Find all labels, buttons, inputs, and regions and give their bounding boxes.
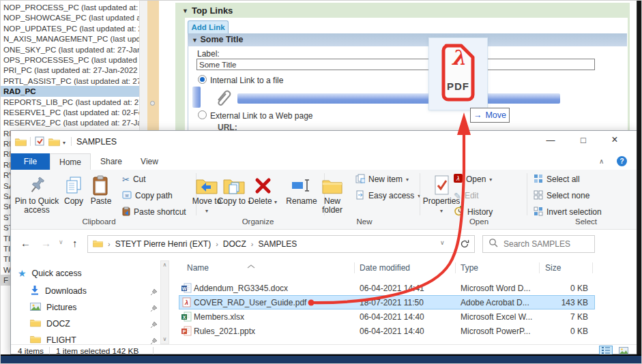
app-folder-icon	[15, 137, 27, 149]
delete-label: Delete	[248, 196, 272, 206]
list-item[interactable]: OPS_PROCESSES_PC (last updated at: 27	[1, 55, 139, 65]
tab-view[interactable]: View	[132, 153, 167, 170]
sidebar-item-pictures[interactable]: Pictures	[30, 301, 76, 314]
external-link-label: External Link to a Web page	[210, 111, 313, 121]
cut-button[interactable]: ✂ Cut	[122, 172, 146, 186]
delete-button[interactable]: Delete ▾	[246, 174, 280, 207]
open-button[interactable]: λ Open ▾	[454, 172, 492, 186]
details-view-button[interactable]	[599, 346, 613, 355]
close-button[interactable]: ×	[603, 131, 626, 149]
sidebar-item-downloads[interactable]: Downloads	[30, 285, 87, 297]
list-item[interactable]: NOP_UPDATES_PC (last updated at: 27-Ja	[1, 23, 139, 33]
history-button[interactable]: History	[454, 205, 493, 219]
breadcrumb-item[interactable]: SAMPLES	[259, 239, 297, 249]
collapse-icon[interactable]: ▼	[192, 37, 198, 44]
acrobat-logo-icon: λ	[429, 48, 487, 68]
file-explorer-window: ▾ SAMPLES — □ × File Home Share View ∧ ?…	[10, 130, 637, 354]
qat-folder-icon[interactable]	[48, 137, 60, 149]
paste-button[interactable]: Paste	[82, 174, 120, 206]
move-arrow-icon: →	[473, 110, 482, 120]
section-header[interactable]: ▼ Some Title	[188, 33, 627, 46]
back-icon[interactable]: ←	[20, 237, 31, 249]
address-dropdown-icon[interactable]: ∨	[440, 239, 445, 246]
qat-dropdown-icon[interactable]: ▾	[63, 140, 65, 146]
paste-shortcut-button[interactable]: Paste shortcut	[122, 205, 186, 219]
list-item[interactable]: RESERVE2_PC (last updated at: 27-Jan-20	[1, 117, 139, 127]
collapse-ribbon-icon[interactable]: ∧	[599, 157, 604, 165]
table-row-name-selected[interactable]: COVER_RAD_User_Guide.pdf	[194, 298, 306, 307]
select-all-button[interactable]: Select all	[534, 172, 580, 186]
list-item[interactable]: NOP_PROCESS_PC (last updated at: 27-J	[1, 2, 139, 12]
new-folder-button[interactable]: New folder	[313, 174, 351, 215]
search-input[interactable]	[502, 239, 587, 249]
column-divider[interactable]	[539, 262, 540, 273]
external-link-radio[interactable]	[198, 110, 207, 119]
easy-access-button[interactable]: Easy access ▾	[355, 189, 420, 202]
tab-file[interactable]: File	[11, 153, 50, 170]
tab-add-link[interactable]: Add Link	[188, 20, 229, 34]
pin-icon	[150, 319, 158, 331]
column-divider[interactable]	[455, 262, 456, 273]
list-item[interactable]: NOP_SHOWCASE_PC (last updated at: 27	[1, 12, 139, 22]
breadcrumb-item[interactable]: DOCZ	[223, 239, 246, 249]
internal-link-label: Internal Link to a file	[210, 76, 283, 85]
search-box[interactable]	[482, 235, 595, 253]
minimize-button[interactable]: —	[539, 131, 562, 149]
pin-icon	[150, 286, 158, 299]
list-item[interactable]: ONE_SKY_PC (last updated at: 27-Jan-202	[1, 44, 139, 55]
recent-locations-icon[interactable]: ∨	[59, 239, 63, 245]
select-none-button[interactable]: Select none	[534, 189, 589, 202]
column-header-date[interactable]: Date modified	[360, 263, 410, 273]
breadcrumb[interactable]: › STEYT Pierre Henri (EXT) › DOCZ › SAMP…	[87, 235, 475, 253]
column-header-size[interactable]: Size	[545, 263, 561, 273]
sidebar-scrollbar[interactable]: ∧ ∨	[160, 260, 169, 344]
label-input[interactable]	[196, 59, 595, 70]
scroll-up-icon[interactable]: ∧	[161, 261, 169, 269]
qat-properties-icon[interactable]	[35, 136, 44, 149]
invert-selection-button[interactable]: Invert selection	[534, 205, 602, 219]
list-item[interactable]: N_AXIS_MANAGEMENT_PC (last updated	[1, 33, 139, 44]
maximize-button[interactable]: □	[572, 131, 595, 149]
tab-share[interactable]: Share	[91, 153, 132, 170]
scroll-down-icon[interactable]: ∨	[161, 335, 169, 344]
paste-shortcut-icon	[122, 207, 130, 218]
move-button[interactable]: → Move	[470, 108, 510, 123]
splitter-handle[interactable]	[150, 101, 155, 106]
internal-link-radio[interactable]	[198, 75, 207, 84]
list-item[interactable]: PRTL_ASSIST_PC (last updated at: 27-Jan	[1, 76, 139, 86]
column-header-name[interactable]: Name	[187, 263, 209, 273]
table-row-date: 06-04-2021 14:41	[360, 284, 424, 293]
sort-ascending-icon[interactable]	[247, 259, 255, 271]
table-row-name[interactable]: Addendum_RG3345.docx	[194, 284, 288, 293]
thumbnail-view-button[interactable]	[617, 346, 630, 355]
list-item-selected[interactable]: RAD_PC	[1, 86, 139, 96]
collapse-icon[interactable]: ▼	[182, 7, 188, 14]
qat-divider	[30, 137, 31, 146]
table-row-name[interactable]: Members.xlsx	[194, 312, 244, 322]
history-icon	[454, 206, 464, 218]
column-divider[interactable]	[592, 262, 593, 273]
ribbon-separator	[527, 173, 527, 215]
list-item[interactable]: REPORTS_LIB_PC (last updated at: 27-Ja	[1, 97, 139, 107]
table-row-name[interactable]: Rules_2021.pptx	[194, 327, 255, 336]
column-header-type[interactable]: Type	[461, 263, 478, 273]
sidebar-item-docz[interactable]: DOCZ	[30, 318, 70, 330]
tab-home[interactable]: Home	[50, 153, 91, 170]
list-item[interactable]: RESERVE1_PC (last updated at: 02-Feb-20	[1, 107, 139, 117]
svg-text:w: w	[124, 193, 129, 198]
list-item[interactable]: PRI_PC (last updated at: 27-Jan-2022 12:…	[1, 65, 139, 75]
new-item-button[interactable]: New item ▾	[355, 172, 409, 186]
file-drop-bar[interactable]	[237, 93, 560, 104]
column-divider[interactable]	[354, 262, 355, 273]
up-icon[interactable]: ↑	[72, 237, 78, 249]
status-divider	[49, 347, 50, 354]
refresh-icon[interactable]	[460, 239, 469, 252]
forward-icon[interactable]: →	[41, 237, 51, 249]
breadcrumb-item[interactable]: STEYT Pierre Henri (EXT)	[115, 239, 211, 249]
copy-path-button[interactable]: w Copy path	[122, 189, 173, 202]
edit-button[interactable]: ✎ Edit	[454, 189, 479, 202]
thumbnail-view-icon	[619, 347, 628, 354]
new-item-label: New item	[368, 175, 403, 184]
sidebar-item-quick-access[interactable]: ★ Quick access	[18, 267, 82, 279]
help-icon[interactable]: ?	[617, 156, 627, 166]
